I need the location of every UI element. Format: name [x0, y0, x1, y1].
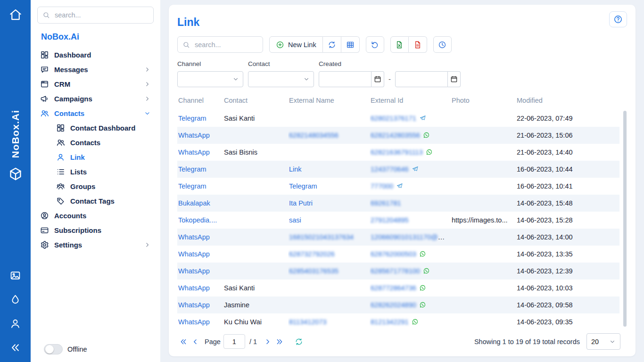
channel-link[interactable]: WhatsApp [178, 267, 210, 275]
sidebar-item-contacts[interactable]: Contacts [37, 135, 154, 150]
external-id-link[interactable]: 2791204895 [371, 216, 409, 224]
channel-select[interactable] [177, 71, 243, 87]
external-id-link[interactable]: 628262024890 [371, 301, 416, 309]
external-name-link[interactable]: Telegram [289, 182, 317, 190]
refresh-button[interactable] [323, 36, 341, 53]
channel-link[interactable]: Telegram [178, 165, 206, 173]
home-button[interactable] [8, 8, 23, 22]
table-row: BukalapakIta Putri6926178114-06-2023, 15… [177, 195, 619, 212]
sidebar-item-accounts[interactable]: Accounts [37, 208, 154, 223]
pager-refresh-button[interactable] [293, 336, 305, 348]
header-external-name[interactable]: External Name [288, 92, 370, 110]
links-table: Channel Contact External Name External I… [177, 92, 619, 330]
chevron-down-icon [232, 76, 239, 82]
sidebar-item-campaigns[interactable]: Campaigns [37, 91, 154, 106]
contact-select[interactable] [248, 71, 314, 87]
refresh-icon [328, 41, 336, 49]
columns-button[interactable] [341, 36, 360, 53]
page-size-select[interactable]: 20 [586, 333, 620, 350]
cell-contact [223, 246, 288, 263]
channel-link[interactable]: Telegram [178, 115, 206, 122]
channel-link[interactable]: WhatsApp [178, 132, 210, 139]
profile-icon[interactable] [9, 318, 21, 329]
image-tools-icon[interactable] [9, 270, 21, 281]
external-name-link[interactable]: 6285403176535 [289, 267, 339, 275]
sidebar-item-lists[interactable]: Lists [37, 165, 154, 179]
next-page-button[interactable] [262, 336, 273, 348]
new-link-button[interactable]: New Link [269, 36, 323, 53]
header-photo[interactable]: Photo [451, 92, 516, 110]
channel-link[interactable]: Bukalapak [178, 199, 210, 207]
sidebar-menu: DashboardMessagesCRMCampaignsContactsCon… [37, 48, 154, 252]
collapse-sidebar-icon[interactable] [9, 342, 21, 354]
export-pdf-button[interactable] [409, 36, 427, 53]
export-excel-button[interactable] [390, 36, 409, 53]
created-from-calendar-button[interactable] [372, 71, 384, 87]
external-name-link[interactable]: 6282148034556 [289, 132, 339, 139]
whatsapp-icon [419, 250, 426, 257]
first-page-button[interactable] [177, 336, 189, 348]
external-name-link[interactable]: 16815021043137634 [289, 233, 354, 241]
cell-external-name: 6282148034556 [288, 127, 370, 144]
external-id-link[interactable]: 6282142803556 [371, 132, 420, 139]
external-name-link[interactable]: Ita Putri [289, 199, 313, 207]
channel-link[interactable]: WhatsApp [178, 148, 210, 156]
external-id-link[interactable]: 628021376171 [371, 115, 416, 122]
left-rail: NoBox.Ai [0, 0, 31, 362]
cell-channel: Tokopedia.... [177, 212, 223, 229]
external-name-link[interactable]: Link [289, 165, 302, 173]
external-id-link[interactable]: 1243770646 [371, 165, 409, 173]
help-button[interactable] [609, 11, 627, 27]
table-row: WhatsAppSasi Kanti62877286473614-06-2023… [177, 280, 619, 296]
sidebar-search-input[interactable] [54, 11, 149, 19]
drop-icon[interactable] [9, 294, 21, 305]
external-id-link[interactable]: 1206609010131170@ w... [371, 233, 450, 241]
external-name-link[interactable]: 628732792026 [289, 250, 335, 258]
sidebar-item-link[interactable]: Link [37, 150, 154, 165]
channel-link[interactable]: WhatsApp [178, 233, 210, 241]
external-id-link[interactable]: 62821636791113 [371, 148, 423, 156]
channel-link[interactable]: Telegram [178, 182, 206, 190]
sidebar-item-subscriptions[interactable]: Subscriptions [37, 223, 154, 238]
external-id-link[interactable]: 628772864736 [371, 284, 416, 292]
cell-contact [223, 161, 288, 178]
reset-filters-button[interactable] [366, 36, 384, 53]
header-contact[interactable]: Contact [223, 92, 288, 110]
channel-link[interactable]: WhatsApp [178, 318, 210, 326]
header-external-id[interactable]: External Id [370, 92, 451, 110]
page-number-input[interactable] [223, 334, 245, 349]
sidebar-item-messages[interactable]: Messages [37, 62, 154, 77]
offline-toggle[interactable] [44, 344, 63, 354]
sidebar-item-crm[interactable]: CRM [37, 77, 154, 91]
created-from-input[interactable] [319, 71, 372, 87]
external-name-link[interactable]: sasi [289, 216, 301, 224]
external-id-link[interactable]: 8121342291 [371, 318, 409, 326]
sidebar-item-dashboard[interactable]: Dashboard [37, 48, 154, 62]
header-channel[interactable]: Channel [177, 92, 223, 110]
prev-page-button[interactable] [189, 336, 201, 348]
channel-link[interactable]: WhatsApp [178, 284, 210, 292]
external-id-link[interactable]: 69261781 [371, 199, 401, 207]
messages-icon [40, 65, 49, 74]
created-to-input[interactable] [395, 71, 448, 87]
history-button[interactable] [433, 36, 452, 53]
external-name-link[interactable]: 8113412073 [289, 318, 327, 326]
sidebar-item-settings[interactable]: Settings [37, 238, 154, 252]
sidebar-item-groups[interactable]: Groups [37, 179, 154, 194]
sidebar-item-label: CRM [54, 80, 70, 88]
created-to-calendar-button[interactable] [448, 71, 461, 87]
table-search-input[interactable] [194, 41, 258, 49]
table-scrollbar[interactable] [623, 111, 627, 327]
external-id-link[interactable]: 6285671778100 [371, 267, 420, 275]
sidebar-item-contacts[interactable]: Contacts [37, 106, 154, 121]
contacts-icon [56, 138, 65, 147]
channel-link[interactable]: WhatsApp [178, 250, 210, 258]
sidebar-item-contact-tags[interactable]: Contact Tags [37, 194, 154, 208]
external-id-link[interactable]: 628762000503 [371, 250, 416, 258]
last-page-button[interactable] [273, 336, 285, 348]
external-id-link[interactable]: 777000 [371, 182, 393, 190]
header-modified[interactable]: Modified [516, 92, 619, 110]
sidebar-item-contact-dashboard[interactable]: Contact Dashboard [37, 121, 154, 135]
channel-link[interactable]: Tokopedia.... [178, 216, 217, 224]
channel-link[interactable]: WhatsApp [178, 301, 210, 309]
